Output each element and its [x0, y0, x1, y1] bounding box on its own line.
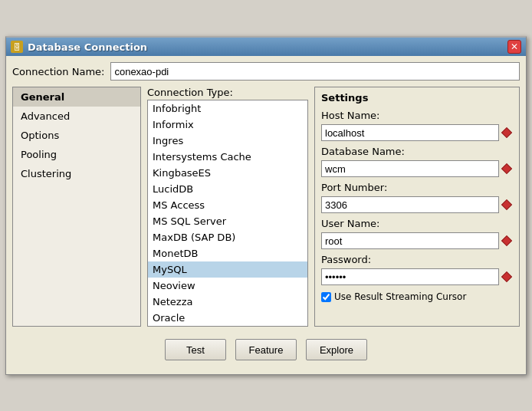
password-row: [321, 268, 513, 285]
port-number-input[interactable]: [321, 196, 499, 213]
password-diamond[interactable]: [501, 271, 513, 283]
list-item[interactable]: MonetDB: [148, 245, 307, 261]
right-area: Connection Type: InfobrightInformixIngre…: [141, 87, 520, 327]
database-name-label: Database Name:: [321, 146, 513, 157]
database-name-row: [321, 160, 513, 177]
window-content: Connection Name: General Advanced Option…: [6, 56, 526, 374]
user-name-row: [321, 232, 513, 249]
sidebar-item-general[interactable]: General: [13, 87, 140, 107]
explore-button[interactable]: Explore: [306, 339, 367, 360]
connection-type-label: Connection Type:: [147, 87, 308, 98]
list-item[interactable]: Oracle: [148, 310, 307, 326]
database-connection-window: 🗄 Database Connection ✕ Connection Name:…: [5, 36, 527, 375]
host-name-row: [321, 124, 513, 141]
sidebar-item-advanced[interactable]: Advanced: [13, 107, 140, 126]
settings-section: Settings Host Name: Database Name: Port …: [314, 87, 520, 327]
list-item[interactable]: Neoview: [148, 278, 307, 294]
list-item[interactable]: KingbaseES: [148, 165, 307, 181]
list-item[interactable]: MS SQL Server: [148, 213, 307, 229]
sidebar-item-pooling[interactable]: Pooling: [13, 145, 140, 164]
list-item[interactable]: Intersystems Cache: [148, 149, 307, 165]
test-button[interactable]: Test: [165, 339, 226, 360]
title-bar: 🗄 Database Connection ✕: [6, 38, 526, 56]
window-icon: 🗄: [11, 41, 23, 53]
user-name-diamond[interactable]: [501, 235, 513, 247]
window-title: Database Connection: [28, 41, 503, 53]
list-item[interactable]: LucidDB: [148, 181, 307, 197]
port-number-row: [321, 196, 513, 213]
streaming-label[interactable]: Use Result Streaming Cursor: [334, 291, 466, 302]
connection-name-label: Connection Name:: [12, 66, 104, 77]
password-input[interactable]: [321, 268, 499, 285]
footer: Test Feature Explore: [12, 333, 520, 368]
streaming-checkbox[interactable]: [321, 292, 331, 302]
connection-type-list-wrapper[interactable]: InfobrightInformixIngresIntersystems Cac…: [147, 100, 308, 327]
host-name-label: Host Name:: [321, 110, 513, 121]
settings-title: Settings: [321, 92, 513, 104]
streaming-checkbox-row: Use Result Streaming Cursor: [321, 291, 513, 302]
list-item[interactable]: Infobright: [148, 100, 307, 117]
sidebar-item-options[interactable]: Options: [13, 126, 140, 145]
list-item[interactable]: Informix: [148, 117, 307, 133]
connection-type-section: Connection Type: InfobrightInformixIngre…: [147, 87, 308, 327]
list-item[interactable]: Netezza: [148, 294, 307, 310]
list-item[interactable]: MS Access: [148, 197, 307, 213]
list-item[interactable]: MySQL: [148, 261, 307, 278]
host-name-input[interactable]: [321, 124, 499, 141]
user-name-input[interactable]: [321, 232, 499, 249]
user-name-label: User Name:: [321, 218, 513, 229]
port-number-diamond[interactable]: [501, 199, 513, 211]
password-label: Password:: [321, 254, 513, 265]
connection-name-row: Connection Name:: [12, 62, 520, 81]
list-item[interactable]: Ingres: [148, 133, 307, 149]
sidebar-item-clustering[interactable]: Clustering: [13, 164, 140, 183]
host-name-diamond[interactable]: [501, 127, 513, 139]
connection-type-list: InfobrightInformixIngresIntersystems Cac…: [148, 100, 307, 326]
database-name-input[interactable]: [321, 160, 499, 177]
sidebar: General Advanced Options Pooling Cluster…: [12, 87, 141, 327]
main-area: General Advanced Options Pooling Cluster…: [12, 87, 520, 327]
feature-button[interactable]: Feature: [235, 339, 297, 360]
database-name-diamond[interactable]: [501, 163, 513, 175]
close-button[interactable]: ✕: [507, 40, 521, 54]
connection-name-input[interactable]: [110, 62, 520, 81]
port-number-label: Port Number:: [321, 182, 513, 193]
list-item[interactable]: MaxDB (SAP DB): [148, 229, 307, 245]
